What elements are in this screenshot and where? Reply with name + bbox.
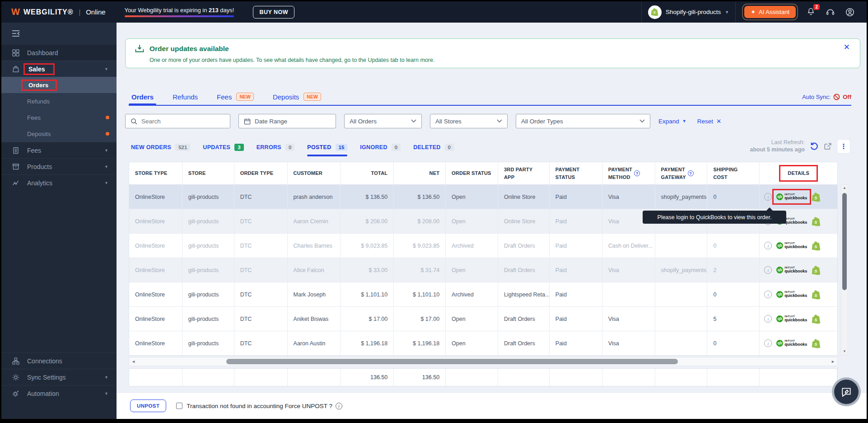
scroll-up-arrow[interactable]: ▲ <box>841 185 848 191</box>
sidebar-item-sync-settings[interactable]: Sync Settings ▼ <box>1 369 117 385</box>
more-options-button[interactable]: ⋮ <box>837 139 850 154</box>
cell-details[interactable]: iqbINTUITquickbooksS <box>760 331 837 355</box>
table-row[interactable]: OnlineStoregili-productsDTCAniket Biswas… <box>129 307 837 331</box>
sidebar-item-fees-sub[interactable]: Fees <box>1 109 117 126</box>
quickbooks-icon[interactable]: qbINTUITquickbooks <box>776 291 807 298</box>
quickbooks-icon[interactable]: qbINTUITquickbooks <box>776 315 807 322</box>
column-header-total[interactable]: TOTAL <box>341 162 394 184</box>
shopify-icon[interactable]: S <box>812 338 821 348</box>
help-icon[interactable]: ? <box>634 170 640 176</box>
column-header-customer[interactable]: CUSTOMER <box>288 162 341 184</box>
help-icon[interactable]: ? <box>688 170 694 176</box>
column-header-order_status[interactable]: ORDER STATUS <box>446 162 498 184</box>
shopify-icon[interactable]: S <box>812 314 821 324</box>
column-header-third_party_app[interactable]: 3RD PARTY APP <box>498 162 550 184</box>
tab-fees[interactable]: FeesNEW <box>214 93 257 101</box>
order-type-filter-select[interactable]: All Order Types <box>516 114 650 128</box>
shopify-icon[interactable]: S <box>812 192 821 202</box>
quickbooks-icon[interactable]: qbINTUITquickbooks <box>776 242 807 249</box>
table-row[interactable]: OnlineStoregili-productsDTCAaron Austin$… <box>129 331 837 356</box>
sidebar-item-dashboard[interactable]: Dashboard <box>1 44 117 61</box>
subtab-deleted[interactable]: DELETED0 <box>413 144 454 153</box>
subtab-new-orders[interactable]: NEW ORDERS521 <box>131 144 190 153</box>
tab-deposits[interactable]: DepositsNEW <box>270 93 324 101</box>
unpost-button[interactable]: UNPOST <box>130 400 166 412</box>
quickbooks-icon[interactable]: qbINTUITquickbooks <box>776 339 807 347</box>
shopify-icon[interactable]: S <box>812 241 821 251</box>
search-box[interactable] <box>125 114 230 128</box>
column-header-payment_status[interactable]: PAYMENT STATUS <box>550 162 602 184</box>
shopify-store-icon[interactable]: S <box>648 5 662 19</box>
subtab-posted[interactable]: POSTED15 <box>307 144 347 153</box>
reset-button[interactable]: Reset✕ <box>697 118 722 125</box>
sidebar-collapse-button[interactable] <box>11 30 20 37</box>
force-unpost-checkbox[interactable] <box>176 403 182 409</box>
horizontal-scrollbar[interactable]: ◄ ► <box>129 357 838 366</box>
scroll-right-arrow[interactable]: ► <box>829 359 837 364</box>
shopify-icon[interactable]: S <box>812 216 821 226</box>
scroll-left-arrow[interactable]: ◄ <box>129 359 138 364</box>
info-icon[interactable]: i <box>764 242 772 249</box>
sidebar-item-products[interactable]: Products ▼ <box>1 158 117 174</box>
close-icon[interactable]: ✕ <box>844 42 850 52</box>
vertical-scrollbar[interactable]: ▲ ▼ <box>841 184 848 355</box>
table-row[interactable]: OnlineStoregili-productsDTCprash anderso… <box>129 185 837 209</box>
order-filter-select[interactable]: All Orders <box>344 114 422 128</box>
quickbooks-icon[interactable]: qbINTUITquickbooks <box>776 266 807 273</box>
sidebar-item-sales[interactable]: Sales ▼ <box>1 61 117 77</box>
store-selector[interactable]: Shopify-gili-products <box>666 9 721 15</box>
sidebar-item-deposits[interactable]: Deposits <box>1 126 117 142</box>
sidebar-item-analytics[interactable]: Analytics ▼ <box>1 174 117 191</box>
account-button[interactable] <box>845 7 855 17</box>
sidebar-item-automation[interactable]: Automation ▼ <box>1 385 117 401</box>
subtab-updates[interactable]: UPDATES3 <box>203 144 243 153</box>
column-header-net[interactable]: NET <box>394 162 446 184</box>
info-icon[interactable]: i <box>764 193 772 201</box>
notifications-button[interactable]: 2 <box>806 7 816 17</box>
date-range-picker[interactable]: Date Range <box>238 114 336 128</box>
column-header-order_type[interactable]: ORDER TYPE <box>234 162 288 184</box>
info-icon[interactable]: i <box>764 339 772 347</box>
cell-details[interactable]: iqbINTUITquickbooksS <box>760 185 837 209</box>
chat-widget-button[interactable] <box>832 377 861 406</box>
column-header-store[interactable]: STORE <box>182 162 234 184</box>
column-header-payment_method[interactable]: PAYMENT METHOD? <box>602 162 655 184</box>
info-icon[interactable]: i <box>764 266 772 274</box>
info-icon[interactable]: i <box>764 291 772 298</box>
column-header-shipping_cost[interactable]: SHIPPING COST <box>707 162 760 184</box>
buy-now-button[interactable]: BUY NOW <box>253 6 294 19</box>
sidebar-item-refunds[interactable]: Refunds <box>1 93 117 109</box>
horizontal-scroll-thumb[interactable] <box>226 359 678 364</box>
auto-sync-status[interactable]: Auto Sync: Off <box>802 94 851 100</box>
cell-details[interactable]: iqbINTUITquickbooksS <box>760 258 837 282</box>
expand-button[interactable]: Expand▼ <box>658 118 686 125</box>
table-row[interactable]: OnlineStoregili-productsDTCMark Joseph$ … <box>129 282 837 307</box>
cell-details[interactable]: iqbINTUITquickbooksS <box>760 307 837 331</box>
search-input[interactable] <box>141 118 225 125</box>
info-icon[interactable]: i <box>336 403 342 409</box>
sidebar-item-fees[interactable]: Fees ▼ <box>1 142 117 158</box>
cell-details[interactable]: iqbINTUITquickbooksS <box>760 282 837 306</box>
store-filter-select[interactable]: All Stores <box>430 114 508 128</box>
table-row[interactable]: OnlineStoregili-productsDTCAlice Falcon$… <box>129 258 837 282</box>
shopify-icon[interactable]: S <box>812 290 821 300</box>
chevron-down-icon[interactable]: ▼ <box>725 10 729 14</box>
vertical-scroll-thumb[interactable] <box>842 193 847 290</box>
column-header-details[interactable]: DETAILS <box>760 162 837 184</box>
support-button[interactable] <box>826 7 835 17</box>
export-button[interactable] <box>824 142 832 150</box>
cell-details[interactable]: iqbINTUITquickbooksS <box>760 234 837 258</box>
ai-assistant-button[interactable]: ✦AI Assistant <box>744 6 796 18</box>
tab-refunds[interactable]: Refunds <box>170 93 201 101</box>
column-header-store_type[interactable]: STORE TYPE <box>129 162 182 184</box>
shopify-icon[interactable]: S <box>812 265 821 275</box>
quickbooks-icon[interactable]: qbINTUITquickbooks <box>776 193 807 200</box>
subtab-ignored[interactable]: IGNORED0 <box>360 144 401 153</box>
scroll-down-arrow[interactable]: ▼ <box>841 348 848 355</box>
column-header-payment_gateway[interactable]: PAYMENT GATEWAY? <box>655 162 708 184</box>
info-icon[interactable]: i <box>764 315 772 323</box>
tab-orders[interactable]: Orders <box>129 93 156 101</box>
refresh-button[interactable] <box>810 142 819 151</box>
sidebar-item-orders[interactable]: Orders <box>1 77 117 93</box>
table-row[interactable]: OnlineStoregili-productsDTCCharles Barne… <box>129 234 837 258</box>
